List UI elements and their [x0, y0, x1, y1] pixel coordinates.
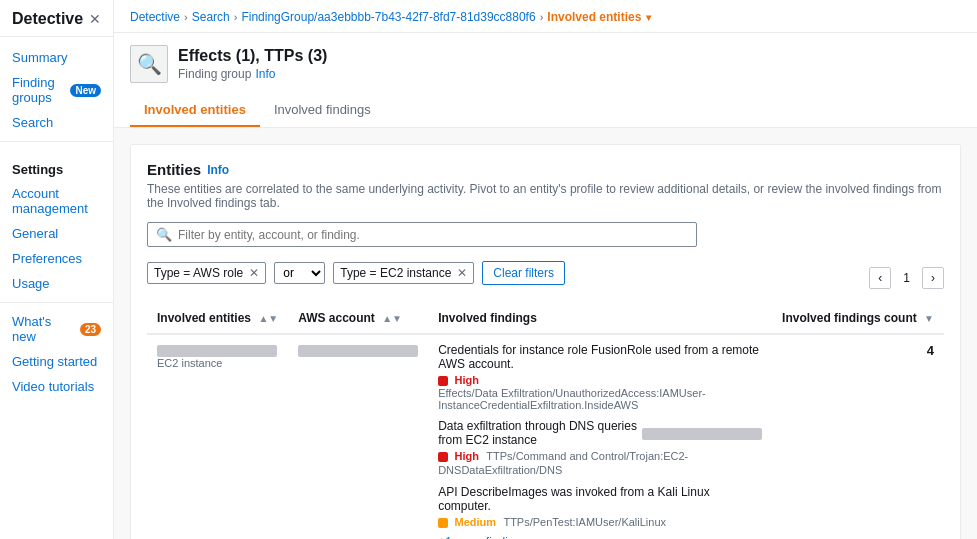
breadcrumb-finding-group[interactable]: FindingGroup/aa3ebbbb-7b43-42f7-8fd7-81d…: [241, 10, 535, 24]
entities-card: Entities Info These entities are correla…: [130, 144, 961, 539]
sidebar-item-whats-new[interactable]: What's new 23: [0, 309, 113, 349]
content-area: Entities Info These entities are correla…: [114, 128, 977, 539]
sidebar-item-search[interactable]: Search: [0, 110, 113, 135]
finding-1-1-path: Effects/Data Exfiltration/UnauthorizedAc…: [438, 387, 762, 411]
sidebar-item-finding-groups-label: Finding groups: [12, 75, 66, 105]
account-redacted-1: [298, 345, 418, 357]
entity-redacted-1: [157, 345, 277, 357]
breadcrumb-search[interactable]: Search: [192, 10, 230, 24]
finding-1-2-severity-label: High: [455, 450, 479, 462]
sidebar-item-finding-groups[interactable]: Finding groups New: [0, 70, 113, 110]
finding-1-3-title: API DescribeImages was invoked from a Ka…: [438, 485, 762, 513]
pagination: ‹ 1 ›: [869, 267, 944, 289]
col-involved-entities: Involved entities ▲▼: [147, 303, 288, 334]
finding-1-2-title-row: Data exfiltration through DNS queries fr…: [438, 419, 762, 449]
filters-bar: Type = AWS role ✕ or and Type = EC2 inst…: [147, 257, 944, 289]
severity-high-icon-1-1: [438, 376, 448, 386]
breadcrumb-detective[interactable]: Detective: [130, 10, 180, 24]
page-number: 1: [895, 268, 918, 288]
search-input[interactable]: [178, 228, 688, 242]
sidebar-item-search-label: Search: [12, 115, 53, 130]
sidebar-title: Detective: [12, 10, 83, 28]
finding-1-3-severity-row: Medium TTPs/PenTest:IAMUser/KaliLinux: [438, 515, 762, 529]
search-bar: 🔍: [147, 222, 697, 247]
filter-ec2-label: Type = EC2 instance: [340, 266, 451, 280]
breadcrumb-sep-1: ›: [184, 11, 188, 23]
finding-1-1-title: Credentials for instance role FusionRole…: [438, 343, 762, 371]
sidebar-item-summary[interactable]: Summary: [0, 45, 113, 70]
count-cell-1: 4: [772, 334, 944, 539]
sidebar-item-account-management-label: Account management: [12, 186, 101, 216]
main-content: Detective › Search › FindingGroup/aa3ebb…: [114, 0, 977, 539]
settings-section-label: Settings: [0, 148, 113, 181]
whats-new-badge: 23: [80, 323, 101, 336]
pagination-top: ‹ 1 ›: [869, 257, 944, 289]
findings-cell-1: Credentials for instance role FusionRole…: [428, 334, 772, 539]
col-sort-entities-icon[interactable]: ▲▼: [258, 313, 278, 324]
col-sort-account-icon[interactable]: ▲▼: [382, 313, 402, 324]
finding-1-3-severity-label: Medium: [455, 516, 497, 528]
tab-involved-findings[interactable]: Involved findings: [260, 94, 385, 127]
more-findings-1[interactable]: +1 more findings: [438, 535, 762, 539]
entity-type-label: Finding group: [178, 67, 251, 81]
entity-title-row: 🔍 Effects (1), TTPs (3) Finding group In…: [130, 45, 961, 83]
breadcrumb-sep-2: ›: [234, 11, 238, 23]
filter-ec2-remove[interactable]: ✕: [457, 266, 467, 280]
finding-groups-badge: New: [70, 84, 101, 97]
video-tutorials-label: Video tutorials: [12, 379, 94, 394]
sidebar-close-button[interactable]: ✕: [89, 11, 101, 27]
sidebar-item-general-label: General: [12, 226, 58, 241]
sidebar-item-general[interactable]: General: [0, 221, 113, 246]
sidebar: Detective ✕ Summary Finding groups New S…: [0, 0, 114, 539]
finding-1-1-severity-row: High: [438, 373, 762, 387]
whats-new-label: What's new: [12, 314, 76, 344]
entity-name: Effects (1), TTPs (3): [178, 47, 327, 65]
col-sort-count-icon[interactable]: ▼: [924, 313, 934, 324]
entity-info-link[interactable]: Info: [255, 67, 275, 81]
entity-header: 🔍 Effects (1), TTPs (3) Finding group In…: [114, 33, 977, 128]
col-findings-count: Involved findings count ▼: [772, 303, 944, 334]
sidebar-item-usage-label: Usage: [12, 276, 50, 291]
tab-involved-entities[interactable]: Involved entities: [130, 94, 260, 127]
entity-sub: Finding group Info: [178, 67, 327, 81]
table-row: EC2 instance Credentials for instance ro…: [147, 334, 944, 539]
col-aws-account: AWS account ▲▼: [288, 303, 428, 334]
entities-table: Involved entities ▲▼ AWS account ▲▼ Invo…: [147, 303, 944, 539]
table-header-row: Involved entities ▲▼ AWS account ▲▼ Invo…: [147, 303, 944, 334]
finding-1-1-severity-label: High: [455, 374, 479, 386]
sidebar-item-preferences-label: Preferences: [12, 251, 82, 266]
sidebar-item-summary-label: Summary: [12, 50, 68, 65]
filter-aws-role-label: Type = AWS role: [154, 266, 243, 280]
breadcrumb-dropdown-icon[interactable]: ▾: [646, 12, 651, 23]
card-info-link[interactable]: Info: [207, 163, 229, 177]
entity-info: Effects (1), TTPs (3) Finding group Info: [178, 47, 327, 81]
sidebar-item-usage[interactable]: Usage: [0, 271, 113, 296]
search-icon: 🔍: [156, 227, 172, 242]
entity-icon: 🔍: [130, 45, 168, 83]
sidebar-header: Detective ✕: [0, 0, 113, 37]
col-involved-findings: Involved findings: [428, 303, 772, 334]
table-body: EC2 instance Credentials for instance ro…: [147, 334, 944, 539]
sidebar-item-video-tutorials[interactable]: Video tutorials: [0, 374, 113, 399]
finding-1-3-path: TTPs/PenTest:IAMUser/KaliLinux: [503, 516, 666, 528]
prev-page-button[interactable]: ‹: [869, 267, 891, 289]
sidebar-divider-2: [0, 302, 113, 303]
breadcrumb: Detective › Search › FindingGroup/aa3ebb…: [114, 0, 977, 33]
entity-type-1: EC2 instance: [157, 357, 278, 369]
filter-aws-role-remove[interactable]: ✕: [249, 266, 259, 280]
severity-medium-icon-1-3: [438, 518, 448, 528]
sidebar-item-account-management[interactable]: Account management: [0, 181, 113, 221]
entity-icon-glyph: 🔍: [137, 52, 162, 76]
filter-op: or and: [274, 262, 325, 284]
breadcrumb-sep-3: ›: [540, 11, 544, 23]
clear-filters-button[interactable]: Clear filters: [482, 261, 565, 285]
account-cell-1: [288, 334, 428, 539]
sidebar-item-preferences[interactable]: Preferences: [0, 246, 113, 271]
sidebar-item-getting-started[interactable]: Getting started: [0, 349, 113, 374]
next-page-button[interactable]: ›: [922, 267, 944, 289]
filter-op-select[interactable]: or and: [274, 262, 325, 284]
filter-tag-ec2: Type = EC2 instance ✕: [333, 262, 474, 284]
finding-1-2-title: Data exfiltration through DNS queries fr…: [438, 419, 638, 447]
filter-tag-aws-role: Type = AWS role ✕: [147, 262, 266, 284]
finding-1-3: API DescribeImages was invoked from a Ka…: [438, 485, 762, 529]
